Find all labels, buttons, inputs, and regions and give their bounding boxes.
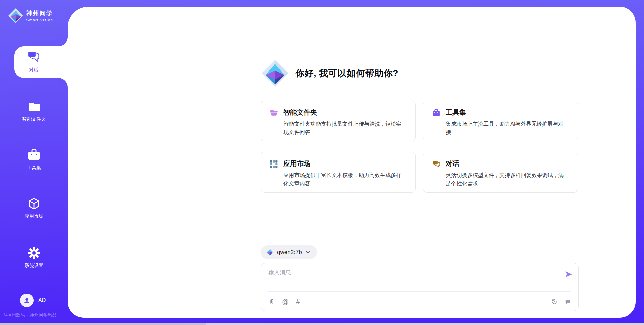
- chat-bubble-icon[interactable]: [565, 299, 571, 305]
- gear-icon: [27, 246, 41, 260]
- brand-diamond-icon: [261, 59, 289, 87]
- grid-icon: [270, 159, 278, 185]
- card-title: 对话: [446, 159, 569, 168]
- app-logo: 神州问学 Smart Vision: [8, 8, 53, 23]
- chevron-down-icon: [305, 250, 310, 255]
- attachment-icon[interactable]: [268, 298, 275, 305]
- main-content-panel: 你好, 我可以如何帮助你? 智能文件夹 智能文件夹功能支持批量文件上传与清洗，轻…: [68, 7, 636, 318]
- avatar: [20, 294, 34, 307]
- sidebar-item-label: 系统设置: [24, 263, 43, 269]
- sidebar-item-chat[interactable]: 对话: [14, 46, 70, 78]
- copyright-text: ©神州数码 · 神州问学出品: [4, 312, 57, 318]
- card-description: 应用市场提供丰富长文本模板，助力高效生成多样化文章内容: [283, 171, 407, 188]
- model-name: qwen2:7b: [277, 249, 302, 256]
- brand-title: 神州问学: [26, 9, 53, 17]
- toolbox-icon: [27, 148, 41, 162]
- folder-icon: [27, 100, 41, 113]
- sidebar-item-settings[interactable]: 系统设置: [0, 246, 68, 269]
- tab-curve-bottom: [58, 78, 68, 87]
- mention-icon[interactable]: @: [282, 298, 289, 305]
- greeting-title: 你好, 我可以如何帮助你?: [295, 67, 398, 79]
- card-smart-folder[interactable]: 智能文件夹 智能文件夹功能支持批量文件上传与清洗，轻松实现文件问答: [261, 101, 416, 141]
- folder-open-icon: [270, 108, 278, 134]
- brand-diamond-icon: [8, 8, 23, 23]
- horizontal-scrollbar[interactable]: [0, 323, 644, 325]
- sidebar-item-label: 对话: [14, 67, 53, 73]
- card-description: 智能文件夹功能支持批量文件上传与清洗，轻松实现文件问答: [283, 120, 407, 137]
- card-description: 集成市场上主流工具，助力AI与外界无缝扩展与对接: [446, 120, 569, 137]
- sidebar-item-label: 应用市场: [24, 213, 43, 219]
- cube-icon: [27, 197, 41, 210]
- card-title: 智能文件夹: [283, 108, 407, 117]
- message-input[interactable]: [268, 269, 557, 288]
- sidebar-item-label: 智能文件夹: [22, 116, 46, 122]
- scrollbar-thumb[interactable]: [0, 323, 206, 325]
- model-selector[interactable]: qwen2:7b: [261, 245, 317, 259]
- sidebar-item-label: 工具集: [27, 165, 41, 171]
- sidebar-item-smart-folder[interactable]: 智能文件夹: [0, 100, 68, 122]
- toolbox-icon: [432, 108, 441, 134]
- feature-cards: 智能文件夹 智能文件夹功能支持批量文件上传与清洗，轻松实现文件问答 工具集 集成…: [261, 101, 578, 193]
- card-title: 工具集: [446, 108, 569, 117]
- sidebar-item-toolset[interactable]: 工具集: [0, 148, 68, 171]
- brand-subtitle: Smart Vision: [26, 18, 53, 22]
- card-description: 灵活切换多模型文件，支持多样回复效果调试，满足个性化需求: [446, 171, 569, 188]
- tab-curve-top: [58, 37, 68, 46]
- card-title: 应用市场: [283, 159, 407, 168]
- card-toolset[interactable]: 工具集 集成市场上主流工具，助力AI与外界无缝扩展与对接: [423, 101, 578, 141]
- user-account[interactable]: AD: [20, 294, 46, 307]
- message-composer: @ #: [261, 263, 579, 311]
- card-chat[interactable]: 对话 灵活切换多模型文件，支持多样回复效果调试，满足个性化需求: [423, 152, 578, 193]
- greeting-block: 你好, 我可以如何帮助你?: [261, 59, 398, 87]
- hashtag-icon[interactable]: #: [296, 298, 300, 305]
- chat-icon: [27, 50, 40, 63]
- user-initials: AD: [38, 297, 46, 303]
- chat-icon: [432, 159, 441, 185]
- history-icon[interactable]: [551, 298, 558, 305]
- model-diamond-icon: [266, 248, 274, 256]
- sidebar-item-app-market[interactable]: 应用市场: [0, 197, 68, 219]
- send-icon[interactable]: [564, 270, 573, 279]
- card-app-market[interactable]: 应用市场 应用市场提供丰富长文本模板，助力高效生成多样化文章内容: [261, 152, 416, 193]
- composer-divider: [268, 291, 571, 292]
